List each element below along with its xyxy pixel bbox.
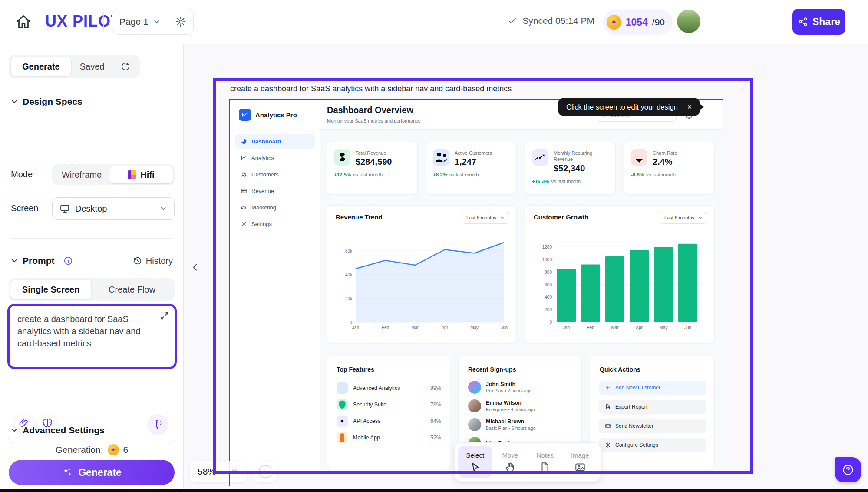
feature-barchart-icon — [337, 382, 348, 394]
collapse-panel-chevron-icon[interactable] — [190, 262, 201, 273]
generated-design-artboard[interactable]: Analytics Pro DashboardAnalyticsCustomer… — [229, 99, 723, 472]
credits-badge[interactable]: ✦ 1054 /90 — [603, 10, 673, 35]
sync-status-text: Synced 05:14 PM — [522, 16, 594, 26]
page-selector-label[interactable]: Page 1 — [119, 17, 149, 27]
top-features-card: Top FeaturesAdvanced Analytics89%Securit… — [327, 356, 450, 469]
chart-card-customer-growth[interactable]: Customer GrowthLast 6 months020040060080… — [525, 205, 715, 343]
metric-card[interactable]: Monthly Recurring Revenue$52,340+15.3%vs… — [525, 142, 616, 194]
mode-option-wireframe[interactable]: Wireframe — [54, 170, 109, 180]
design-nav-item-marketing[interactable]: Marketing — [235, 200, 315, 215]
sparkles-icon — [62, 467, 73, 478]
refresh-icon[interactable] — [120, 61, 131, 72]
generate-button[interactable]: Generate — [9, 460, 175, 485]
user-avatar[interactable] — [677, 10, 700, 33]
share-button[interactable]: Share — [792, 9, 845, 35]
prompt-mode-tabs: Single Screen Create Flow — [9, 278, 175, 301]
advanced-settings-header[interactable]: Advanced Settings — [10, 425, 105, 435]
divider — [115, 60, 115, 73]
tab-single-screen[interactable]: Single Screen — [10, 280, 91, 299]
design-nav-item-analytics[interactable]: Analytics — [235, 150, 315, 165]
fileexport-icon — [605, 404, 611, 410]
design-nav-label: Dashboard — [251, 138, 281, 145]
signup-row: Emma WilsonEnterprise • 4 hours ago — [468, 399, 573, 412]
svg-text:Jan: Jan — [563, 325, 570, 330]
history-button[interactable]: History — [133, 256, 173, 266]
design-nav-item-dashboard[interactable]: Dashboard — [235, 134, 315, 149]
left-panel: Generate Saved Design Specs Mode Wirefra… — [0, 44, 184, 492]
chevrons-right-icon[interactable] — [231, 467, 239, 476]
chart-range-dropdown[interactable]: Last 6 months — [660, 212, 707, 224]
metric-value: 2.4% — [653, 157, 707, 167]
design-nav-item-settings[interactable]: Settings — [235, 216, 315, 231]
zoom-level[interactable]: 58% — [198, 466, 216, 477]
prompt-text[interactable]: create a dashboard for SaaS analytics wi… — [17, 313, 157, 349]
svg-text:800: 800 — [545, 270, 552, 275]
tool-move[interactable]: Move — [493, 446, 528, 478]
chevron-down-icon — [500, 216, 505, 220]
tool-image[interactable]: Image — [563, 446, 597, 478]
quick-action-label: Export Report — [615, 404, 647, 410]
tooltip-close-icon[interactable]: × — [687, 103, 692, 111]
zoom-control: 58% — [190, 461, 247, 482]
feature-label: Mobile App — [353, 435, 380, 441]
svg-text:0: 0 — [350, 320, 352, 325]
metric-card[interactable]: Active Customers1,247+8.2%vs last month — [426, 142, 517, 194]
generation-label: Generation: — [56, 445, 103, 455]
doc-icon — [539, 462, 551, 473]
chevron-down-icon[interactable] — [10, 257, 18, 265]
chart-card-revenue-trend[interactable]: Revenue TrendLast 6 months020k40k60kJanF… — [327, 205, 517, 343]
metric-card[interactable]: Churn Rate2.4%-0.8%vs last month — [624, 142, 715, 194]
quick-action-add-new-customer[interactable]: Add New Customer — [599, 381, 706, 395]
credits-total: /90 — [652, 17, 665, 27]
feature-value: 52% — [430, 435, 441, 441]
prompt-header: Prompt History — [10, 256, 173, 266]
tab-generate[interactable]: Generate — [11, 57, 71, 76]
info-icon[interactable] — [63, 256, 73, 266]
feature-row: Mobile App52% — [337, 432, 441, 443]
chevron-down-icon[interactable] — [153, 18, 161, 26]
expand-icon[interactable] — [160, 311, 169, 321]
hifi-icon — [128, 170, 136, 179]
chart-range-dropdown[interactable]: Last 6 months — [462, 212, 509, 224]
mode-label: Mode — [11, 170, 33, 180]
signup-row: John SmithPro Plan • 2 hours ago — [468, 381, 573, 394]
svg-text:Jun: Jun — [501, 325, 508, 330]
tool-select[interactable]: Select — [458, 446, 492, 478]
enhance-prompt-button[interactable] — [147, 414, 168, 435]
metric-delta: +15.3%vs last month — [532, 173, 608, 184]
mail-icon — [605, 423, 611, 429]
divider — [168, 14, 168, 29]
design-canvas[interactable]: create a dashboard for SaaS analytics wi… — [184, 44, 868, 492]
quick-action-export-report[interactable]: Export Report — [599, 400, 706, 414]
tab-create-flow[interactable]: Create Flow — [91, 285, 173, 295]
design-specs-header[interactable]: Design Specs — [10, 96, 83, 107]
quick-action-configure-settings[interactable]: Configure Settings — [599, 438, 706, 452]
signup-meta: Pro Plan • 2 hours ago — [486, 388, 531, 393]
tool-notes[interactable]: Notes — [528, 446, 562, 478]
home-icon[interactable] — [16, 14, 31, 30]
design-nav-label: Analytics — [251, 155, 274, 161]
svg-text:Apr: Apr — [441, 325, 448, 330]
help-button[interactable] — [835, 457, 861, 482]
design-nav-item-revenue[interactable]: Revenue — [235, 183, 315, 198]
frame-tool-button[interactable] — [253, 461, 277, 482]
design-nav-item-customers[interactable]: Customers — [235, 167, 315, 182]
prompt-input[interactable]: create a dashboard for SaaS analytics wi… — [7, 304, 177, 369]
svg-text:Jun: Jun — [684, 325, 691, 330]
metric-label: Active Customers — [455, 149, 509, 156]
page-settings-gear-icon[interactable] — [175, 16, 186, 27]
gear-icon — [241, 221, 247, 227]
tab-saved[interactable]: Saved — [73, 62, 112, 72]
artboard-edge-line — [229, 471, 230, 486]
metric-card[interactable]: Total Revenue$284,590+12.5%vs last month — [327, 142, 418, 194]
cursor-icon — [469, 462, 481, 473]
quick-action-send-newsletter[interactable]: Send Newsletter — [599, 419, 706, 433]
signup-avatar — [468, 381, 481, 394]
screen-dropdown[interactable]: Desktop — [52, 197, 175, 220]
signup-name: Emma Wilson — [486, 400, 535, 406]
mode-option-hifi[interactable]: Hifi — [109, 166, 173, 183]
divider — [10, 238, 173, 239]
feature-row: API Access64% — [337, 416, 441, 427]
metric-value: $52,340 — [554, 163, 608, 173]
uxpilot-logo[interactable]: UX PILOT — [45, 12, 121, 30]
